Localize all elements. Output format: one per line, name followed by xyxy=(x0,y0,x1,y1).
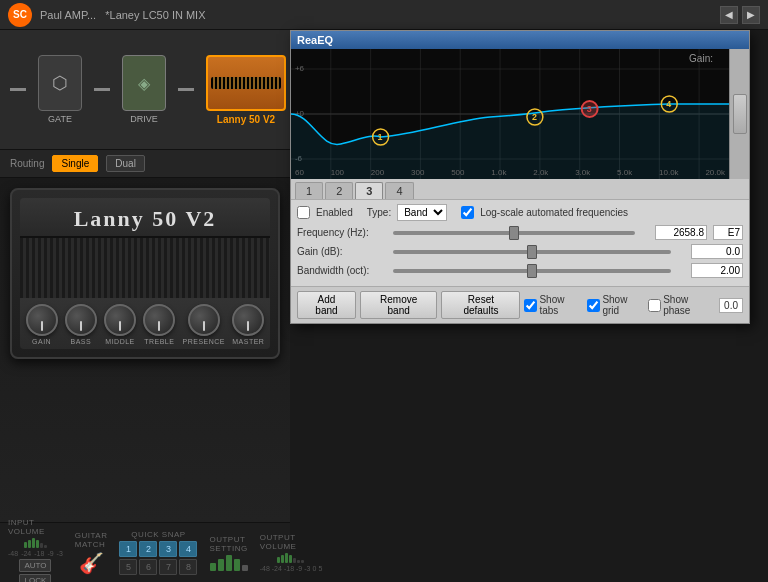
reaeq-output-value: 0.0 xyxy=(719,298,743,313)
presence-knob[interactable] xyxy=(188,304,220,336)
snap-btn-1[interactable]: 1 xyxy=(119,541,137,557)
reaeq-tab-1[interactable]: 1 xyxy=(295,182,323,199)
output-setting-label: OUTPUT SETTING xyxy=(209,535,247,553)
guitar-icon[interactable]: 🎸 xyxy=(79,551,104,575)
graph-x-labels: 60 100 200 300 500 1.0k 2.0k 3.0k 5.0k 1… xyxy=(291,168,729,177)
knob-presence-group: PRESENCE xyxy=(182,304,225,345)
routing-bar: Routing Single Dual xyxy=(0,150,290,178)
nav-next-button[interactable]: ▶ xyxy=(742,6,760,24)
knob-middle-group: MIDDLE xyxy=(104,304,136,345)
reaeq-graph-area[interactable]: Gain: +6 +0 -6 xyxy=(291,49,749,179)
remove-band-button[interactable]: Remove band xyxy=(360,291,437,319)
bandwidth-slider[interactable] xyxy=(393,269,671,273)
bass-knob[interactable] xyxy=(65,304,97,336)
drive-pedal-box: ◈ xyxy=(122,55,166,111)
gate-pedal-box: ⬡ xyxy=(38,55,82,111)
gain-knob[interactable] xyxy=(26,304,58,336)
snap-btn-8[interactable]: 8 xyxy=(179,559,197,575)
bandwidth-label: Bandwidth (oct): xyxy=(297,265,387,276)
gate-pedal-label: GATE xyxy=(48,114,72,124)
reaeq-tab-4[interactable]: 4 xyxy=(385,182,413,199)
drive-pedal-label: DRIVE xyxy=(130,114,158,124)
reset-defaults-button[interactable]: Reset defaults xyxy=(441,291,520,319)
gain-slider[interactable] xyxy=(393,250,671,254)
svg-text:1: 1 xyxy=(378,132,383,142)
enabled-checkbox[interactable] xyxy=(297,206,310,219)
frequency-label: Frequency (Hz): xyxy=(297,227,387,238)
logo-icon: SC xyxy=(8,3,32,27)
bandwidth-input[interactable] xyxy=(691,263,743,278)
routing-label: Routing xyxy=(10,158,44,169)
logo-text: SC xyxy=(13,9,27,20)
reaeq-bottom-row: Add band Remove band Reset defaults Show… xyxy=(291,286,749,323)
amp-chain-box xyxy=(206,55,286,111)
reaeq-sidebar-handle[interactable] xyxy=(733,94,747,134)
show-phase-checkbox[interactable] xyxy=(648,299,661,312)
gain-db-input[interactable] xyxy=(691,244,743,259)
svg-text:2: 2 xyxy=(532,112,537,122)
treble-knob[interactable] xyxy=(143,304,175,336)
snap-btn-2[interactable]: 2 xyxy=(139,541,157,557)
reaeq-row-1: Enabled Type: Band Log-scale automated f… xyxy=(297,204,743,221)
chain-connector-2 xyxy=(178,88,194,91)
show-tabs-label[interactable]: Show tabs xyxy=(524,294,583,316)
guitar-match-section: GUITAR MATCH 🎸 xyxy=(75,531,108,575)
snap-btn-7[interactable]: 7 xyxy=(159,559,177,575)
output-volume-section: OUTPUT VOLUME -48-24-18-9-305 xyxy=(260,533,323,572)
chain-connector-1 xyxy=(94,88,110,91)
reaeq-row-frequency: Frequency (Hz): xyxy=(297,225,743,240)
amp-chain-item[interactable]: Lanny 50 V2 xyxy=(206,55,286,125)
snap-btn-5[interactable]: 5 xyxy=(119,559,137,575)
master-knob[interactable] xyxy=(232,304,264,336)
input-volume-label: INPUT VOLUME xyxy=(8,518,63,536)
log-scale-label: Log-scale automated frequencies xyxy=(480,207,628,218)
show-grid-label[interactable]: Show grid xyxy=(587,294,644,316)
main-area: ⬡ GATE ◈ DRIVE Lanny 50 V2 Routing xyxy=(0,30,768,582)
log-scale-checkbox[interactable] xyxy=(461,206,474,219)
gate-pedal[interactable]: ⬡ GATE xyxy=(38,55,82,124)
routing-dual-button[interactable]: Dual xyxy=(106,155,145,172)
auto-button[interactable]: AUTO xyxy=(19,559,51,572)
track-name: Paul AMP... xyxy=(40,9,96,21)
amp-name: Lanny 50 V2 xyxy=(20,206,270,232)
snap-btn-4[interactable]: 4 xyxy=(179,541,197,557)
reaeq-tab-2[interactable]: 2 xyxy=(325,182,353,199)
routing-single-button[interactable]: Single xyxy=(52,155,98,172)
out-bar-2 xyxy=(218,559,224,571)
type-select[interactable]: Band xyxy=(397,204,447,221)
reaeq-row-bandwidth: Bandwidth (oct): xyxy=(297,263,743,278)
show-grid-checkbox[interactable] xyxy=(587,299,600,312)
snap-btn-3[interactable]: 3 xyxy=(159,541,177,557)
master-knob-label: MASTER xyxy=(232,338,264,345)
top-bar: SC Paul AMP... *Laney LC50 IN MIX ◀ ▶ xyxy=(0,0,768,30)
show-tabs-checkbox[interactable] xyxy=(524,299,537,312)
output-meter-bars xyxy=(210,555,248,571)
middle-knob-label: MIDDLE xyxy=(105,338,134,345)
enabled-label: Enabled xyxy=(316,207,353,218)
amp-chain-label: Lanny 50 V2 xyxy=(217,114,275,125)
lock-button[interactable]: LOCK xyxy=(19,574,51,582)
reaeq-tab-3[interactable]: 3 xyxy=(355,182,383,199)
middle-knob[interactable] xyxy=(104,304,136,336)
nav-prev-button[interactable]: ◀ xyxy=(720,6,738,24)
show-phase-label[interactable]: Show phase xyxy=(648,294,715,316)
bottom-bar: INPUT VOLUME -48-24-18-9-3 AUTO xyxy=(0,522,290,582)
quick-snap-label: QUICK SNAP xyxy=(131,530,185,539)
gain-db-label: Gain (dB): xyxy=(297,246,387,257)
drive-pedal[interactable]: ◈ DRIVE xyxy=(122,55,166,124)
frequency-slider[interactable] xyxy=(393,231,635,235)
show-phase-text: Show phase xyxy=(663,294,715,316)
presence-knob-label: PRESENCE xyxy=(182,338,225,345)
out-bar-5 xyxy=(242,565,248,571)
amp-body: Lanny 50 V2 GAIN BASS xyxy=(0,178,290,522)
svg-text:4: 4 xyxy=(666,99,671,109)
gain-knob-label: GAIN xyxy=(32,338,51,345)
add-band-button[interactable]: Add band xyxy=(297,291,356,319)
frequency-note-input[interactable] xyxy=(713,225,743,240)
reaeq-graph-svg[interactable]: +6 +0 -6 1 2 3 4 xyxy=(291,49,729,179)
knob-master-group: MASTER xyxy=(232,304,264,345)
reaeq-controls: Enabled Type: Band Log-scale automated f… xyxy=(291,200,749,286)
amp-grille-section xyxy=(20,238,270,298)
frequency-input[interactable] xyxy=(655,225,707,240)
snap-btn-6[interactable]: 6 xyxy=(139,559,157,575)
